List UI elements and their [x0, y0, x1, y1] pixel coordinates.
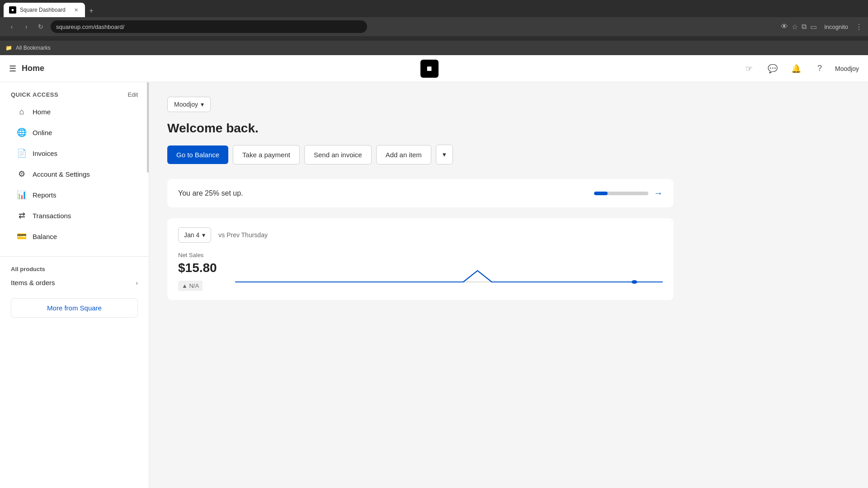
- address-bar[interactable]: squareup.com/dashboard/: [51, 20, 367, 33]
- quick-access-section: Quick access Edit ⌂ Home 🌐 Online 📄 Invo…: [0, 82, 149, 251]
- topbar-left: ☰ Home: [9, 64, 118, 74]
- setup-arrow-button[interactable]: →: [654, 188, 663, 198]
- edit-quick-access-button[interactable]: Edit: [128, 91, 138, 98]
- reload-button[interactable]: ↻: [34, 20, 47, 33]
- square-logo: ■: [420, 60, 439, 78]
- sidebar-item-balance[interactable]: 💳 Balance: [11, 226, 138, 246]
- setup-right: →: [594, 188, 663, 198]
- browser-nav-icons: ‹ › ↻: [5, 20, 47, 33]
- sidebar-item-balance-label: Balance: [33, 233, 57, 240]
- action-buttons: Go to Balance Take a payment Send an inv…: [167, 145, 674, 164]
- tab-title: Square Dashboard: [20, 7, 66, 13]
- net-sales-value: $15.80: [178, 261, 217, 275]
- more-from-square-button[interactable]: More from Square: [11, 298, 138, 318]
- quick-access-header: Quick access Edit: [11, 91, 138, 98]
- business-selector[interactable]: Moodjoy ▾: [167, 97, 211, 112]
- sidebar-item-account-settings[interactable]: ⚙ Account & Settings: [11, 164, 138, 184]
- browser-right-icons: 👁 ☆ ⧉ ▭ Incognito ⋮: [781, 23, 863, 31]
- take-payment-button[interactable]: Take a payment: [233, 145, 300, 164]
- sidebar-item-account-label: Account & Settings: [33, 170, 90, 178]
- browser-chrome: ■ Square Dashboard ✕ + ‹ › ↻ squareup.co…: [0, 0, 868, 41]
- welcome-heading: Welcome back.: [167, 121, 674, 136]
- app-topbar: ☰ Home ■ ☞ 💬 🔔 ? Moodjoy: [0, 55, 868, 82]
- app-layout: ☰ Home ■ ☞ 💬 🔔 ? Moodjoy Quick access Ed…: [0, 55, 868, 488]
- quick-access-label: Quick access: [11, 91, 58, 98]
- hamburger-menu-icon[interactable]: ☰: [9, 64, 16, 74]
- sidebar-item-home[interactable]: ⌂ Home: [11, 102, 138, 122]
- date-chevron-icon: ▾: [202, 231, 205, 239]
- sales-chart: [235, 264, 663, 291]
- sidebar-item-reports-label: Reports: [33, 191, 57, 199]
- browser-top-bar: ‹ › ↻ squareup.com/dashboard/ 👁 ☆ ⧉ ▭ In…: [0, 17, 868, 36]
- add-item-button[interactable]: Add an item: [376, 145, 431, 164]
- chevron-down-icon: ▾: [201, 101, 204, 108]
- sidebar-item-invoices[interactable]: 📄 Invoices: [11, 143, 138, 163]
- topbar-right: ☞ 💬 🔔 ? Moodjoy: [741, 61, 859, 77]
- tablet-icon[interactable]: ▭: [810, 23, 817, 31]
- sidebar-item-transactions[interactable]: ⇄ Transactions: [11, 206, 138, 225]
- main-content: Moodjoy ▾ Welcome back. Go to Balance Ta…: [149, 55, 868, 488]
- sidebar-item-transactions-label: Transactions: [33, 212, 71, 220]
- na-badge: ▲ N/A: [178, 281, 203, 291]
- active-tab[interactable]: ■ Square Dashboard ✕: [4, 3, 85, 17]
- invoice-icon: 📄: [16, 148, 27, 159]
- browser-tabs-bar: ■ Square Dashboard ✕ +: [0, 0, 868, 17]
- sales-header: Jan 4 ▾ vs Prev Thursday: [178, 227, 663, 243]
- setup-section: You are 25% set up. →: [167, 179, 674, 207]
- chat-icon[interactable]: 💬: [764, 61, 781, 77]
- balance-icon: 💳: [16, 231, 27, 242]
- new-tab-button[interactable]: +: [85, 5, 98, 17]
- chart-area: [235, 264, 663, 291]
- compare-label: vs Prev Thursday: [218, 231, 268, 239]
- all-products-label: All products: [0, 262, 149, 274]
- sales-section: Jan 4 ▾ vs Prev Thursday Net Sales $15.8…: [167, 218, 674, 300]
- sidebar-item-online-label: Online: [33, 129, 52, 136]
- sidebar: Quick access Edit ⌂ Home 🌐 Online 📄 Invo…: [0, 55, 149, 488]
- go-to-balance-button[interactable]: Go to Balance: [167, 145, 228, 164]
- business-name-label: Moodjoy: [174, 101, 198, 108]
- url-text: squareup.com/dashboard/: [56, 23, 124, 30]
- eye-off-icon: 👁: [781, 23, 788, 31]
- items-orders-label: Items & orders: [11, 279, 55, 286]
- bookmarks-folder-icon: 📁: [5, 45, 12, 51]
- reports-icon: 📊: [16, 189, 27, 200]
- chevron-right-icon: ›: [136, 279, 138, 286]
- expand-actions-button[interactable]: ▾: [436, 145, 453, 164]
- sidebar-item-reports[interactable]: 📊 Reports: [11, 185, 138, 205]
- bell-icon[interactable]: 🔔: [788, 61, 804, 77]
- send-invoice-button[interactable]: Send an invoice: [304, 145, 372, 164]
- sidebar-divider: [0, 256, 149, 257]
- scroll-indicator: [147, 82, 149, 173]
- globe-icon: 🌐: [16, 127, 27, 138]
- forward-button[interactable]: ›: [20, 20, 33, 33]
- bookmarks-bar: 📁 All Bookmarks: [0, 41, 868, 55]
- tab-close-button[interactable]: ✕: [72, 6, 80, 14]
- extension-icon[interactable]: ⧉: [802, 23, 807, 31]
- na-badge-text: ▲ N/A: [182, 282, 199, 289]
- page-title: Home: [22, 64, 44, 73]
- topbar-center: ■: [118, 60, 741, 78]
- date-label: Jan 4: [184, 231, 199, 239]
- help-icon[interactable]: ?: [811, 61, 828, 77]
- net-sales-label: Net Sales: [178, 252, 663, 258]
- tab-favicon: ■: [9, 6, 16, 14]
- setup-progress-text: You are 25% set up.: [178, 189, 243, 197]
- bookmarks-label[interactable]: All Bookmarks: [16, 45, 51, 51]
- cursor-icon[interactable]: ☞: [741, 61, 757, 77]
- star-icon[interactable]: ☆: [792, 23, 798, 31]
- progress-bar: [594, 192, 648, 195]
- settings-icon: ⚙: [16, 169, 27, 179]
- home-icon: ⌂: [16, 106, 27, 117]
- sidebar-item-online[interactable]: 🌐 Online: [11, 122, 138, 142]
- back-button[interactable]: ‹: [5, 20, 18, 33]
- svg-point-1: [632, 280, 637, 284]
- profile-label: Incognito: [824, 23, 848, 30]
- date-selector[interactable]: Jan 4 ▾: [178, 227, 211, 243]
- sidebar-item-home-label: Home: [33, 108, 51, 116]
- user-avatar[interactable]: Moodjoy: [835, 65, 859, 72]
- progress-bar-fill: [594, 192, 608, 195]
- menu-dots-icon[interactable]: ⋮: [855, 23, 863, 31]
- sidebar-item-items-orders[interactable]: Items & orders ›: [0, 274, 149, 291]
- sidebar-item-invoices-label: Invoices: [33, 150, 57, 157]
- content-inner: Moodjoy ▾ Welcome back. Go to Balance Ta…: [149, 82, 692, 314]
